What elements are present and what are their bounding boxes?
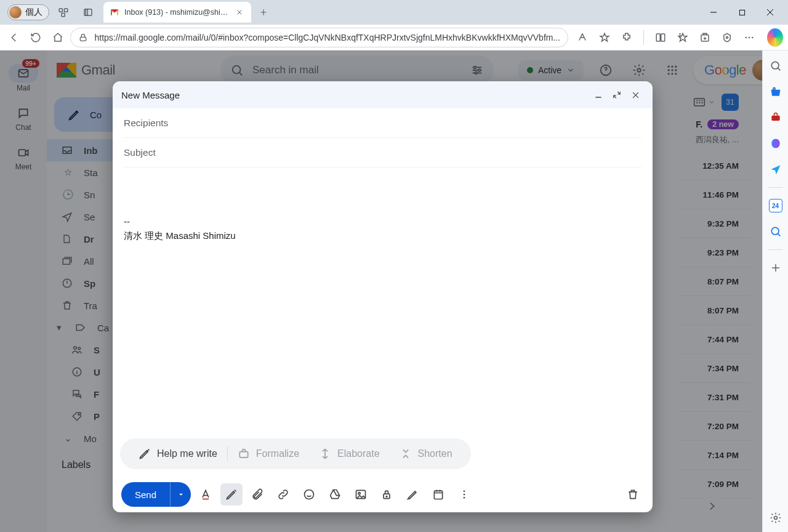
ai-formalize[interactable]: Formalize	[228, 448, 309, 460]
star-icon: ☆	[62, 167, 74, 178]
send-split-button: Send	[121, 482, 191, 507]
settings-icon[interactable]	[627, 58, 651, 83]
tab-close-icon[interactable]	[234, 7, 245, 18]
svg-rect-6	[81, 37, 86, 41]
inbox-row-time[interactable]: 7:34 PM	[677, 354, 751, 383]
inbox-row-time[interactable]: 7:20 PM	[677, 412, 751, 441]
svg-point-25	[668, 69, 670, 71]
extensions-icon[interactable]	[616, 27, 637, 48]
status-pill[interactable]: Active	[518, 60, 584, 80]
edge-search2-icon[interactable]	[768, 224, 784, 240]
sidebar-label: All	[84, 256, 94, 267]
ai-elaborate[interactable]: Elaborate	[309, 448, 390, 460]
compose-header[interactable]: New Message	[113, 81, 653, 108]
inbox-row-time[interactable]: 9:23 PM	[677, 238, 751, 267]
calendar-day-chip[interactable]: 31	[722, 94, 739, 111]
browser-profile-button[interactable]: 個人	[7, 4, 49, 20]
collections-icon[interactable]	[694, 27, 715, 48]
svg-point-21	[637, 68, 641, 72]
browser-essentials-icon[interactable]	[717, 27, 738, 48]
support-icon[interactable]	[593, 58, 618, 83]
new-tab-button[interactable]	[255, 4, 272, 21]
edge-cal24-icon[interactable]: 24	[768, 198, 784, 214]
discard-draft-icon[interactable]	[622, 483, 644, 506]
older-button[interactable]	[701, 495, 723, 517]
window-minimize-button[interactable]	[699, 2, 728, 22]
inbox-row-time[interactable]: 7:09 PM	[677, 470, 751, 499]
minimize-icon[interactable]	[590, 86, 607, 103]
close-icon[interactable]	[627, 86, 644, 103]
ai-help-me-write[interactable]: Help me write	[129, 448, 227, 460]
exit-fullscreen-icon[interactable]	[608, 86, 625, 103]
favorite-icon[interactable]	[594, 27, 615, 48]
send-button[interactable]: Send	[121, 482, 170, 507]
inbox-row-time[interactable]: 7:44 PM	[677, 325, 751, 354]
workspaces-icon[interactable]	[53, 2, 74, 23]
rail-meet-button[interactable]: Meet	[6, 139, 41, 176]
apps-grid-icon[interactable]	[660, 58, 685, 83]
input-mode-toggle[interactable]	[693, 97, 715, 107]
inbox-row-time[interactable]: 12:35 AM	[677, 151, 751, 180]
rail-chat-button[interactable]: Chat	[6, 100, 41, 137]
inbox-row-time[interactable]: 7:31 PM	[677, 383, 751, 412]
confidential-mode-icon[interactable]	[376, 483, 398, 506]
schedule-icon[interactable]	[427, 483, 449, 506]
nav-refresh-button[interactable]	[26, 27, 44, 48]
ai-shorten-label: Shorten	[418, 448, 452, 459]
content-stage: 99+ Mail Chat Meet Gmail	[0, 50, 788, 532]
svg-rect-15	[19, 150, 26, 156]
insert-link-icon[interactable]	[272, 483, 294, 506]
edge-shopping-icon[interactable]	[768, 84, 784, 100]
browser-more-icon[interactable]	[739, 27, 760, 48]
edge-office-icon[interactable]	[768, 135, 784, 151]
insert-drive-icon[interactable]	[324, 483, 346, 506]
svg-point-23	[671, 66, 673, 68]
address-bar[interactable]: https://mail.google.com/mail/u/0/#inbox?…	[70, 28, 568, 47]
browser-tab[interactable]: Inbox (913) - mshimizu@shimiz.	[103, 2, 251, 23]
inbox-row-time[interactable]: 9:32 PM	[677, 209, 751, 238]
edge-divider	[768, 187, 783, 188]
inbox-icon	[62, 145, 74, 156]
rail-mail-button[interactable]: 99+ Mail	[6, 59, 41, 97]
inbox-row-time[interactable]: 11:46 PM	[677, 180, 751, 209]
inbox-row-time[interactable]: 7:14 PM	[677, 441, 751, 470]
ai-shorten[interactable]: Shorten	[390, 448, 462, 460]
edge-settings-icon[interactable]	[768, 510, 784, 526]
send-options-button[interactable]	[170, 482, 191, 507]
nav-back-button[interactable]	[5, 27, 23, 48]
edge-search-icon[interactable]	[768, 58, 784, 74]
sidebar-label: U	[94, 367, 100, 377]
ai-pen-icon[interactable]	[220, 483, 243, 506]
window-maximize-button[interactable]	[728, 2, 756, 22]
more-options-icon[interactable]	[453, 483, 475, 506]
signature-icon[interactable]	[401, 483, 424, 506]
search-input[interactable]: Search in mail	[220, 55, 494, 85]
edge-add-icon[interactable]	[768, 260, 784, 276]
recipients-field[interactable]: Recipients	[124, 108, 641, 138]
svg-rect-0	[59, 9, 62, 12]
inbox-row-time[interactable]: 8:07 PM	[677, 267, 751, 296]
search-options-icon[interactable]	[470, 63, 484, 77]
inbox-row-time[interactable]: 8:07 PM	[677, 296, 751, 325]
read-aloud-icon[interactable]	[572, 27, 593, 48]
compose-body[interactable]: -- 清水 理史 Masashi Shimizu	[113, 167, 653, 438]
edge-send-icon[interactable]	[768, 161, 784, 177]
copilot-icon[interactable]	[767, 28, 783, 47]
gmail-logo[interactable]: Gmail	[57, 62, 211, 78]
split-screen-icon[interactable]	[650, 27, 671, 48]
attach-file-icon[interactable]	[246, 483, 268, 506]
edge-tools-icon[interactable]	[768, 110, 784, 126]
window-close-button[interactable]	[756, 2, 784, 22]
format-text-icon[interactable]	[195, 483, 217, 506]
allmail-icon	[62, 256, 74, 267]
tab-actions-icon[interactable]	[78, 2, 98, 23]
nav-home-button[interactable]	[49, 27, 66, 48]
sidebar-label: Mo	[84, 433, 97, 444]
svg-rect-52	[771, 116, 779, 121]
insert-photo-icon[interactable]	[350, 483, 372, 506]
favorites-bar-icon[interactable]	[672, 27, 693, 48]
insert-emoji-icon[interactable]	[298, 483, 320, 506]
svg-point-50	[771, 62, 779, 69]
profile-avatar-icon	[9, 6, 22, 18]
subject-field[interactable]: Subject	[124, 138, 641, 167]
